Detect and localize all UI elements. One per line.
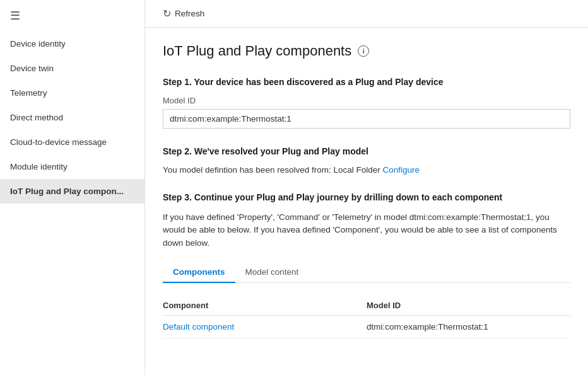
table-row: Default component dtmi:com:example:Therm…: [163, 316, 570, 338]
main-content: ↻ Refresh IoT Plug and Play components i…: [145, 0, 588, 375]
tab-model-content[interactable]: Model content: [235, 262, 309, 283]
sidebar-item-telemetry[interactable]: Telemetry: [0, 81, 144, 105]
sidebar-item-device-twin[interactable]: Device twin: [0, 56, 144, 81]
refresh-icon: ↻: [163, 8, 171, 20]
step3-description: If you have defined 'Property', 'Command…: [163, 211, 570, 250]
model-id-input[interactable]: [163, 109, 570, 129]
component-cell: Default component: [163, 322, 367, 332]
sidebar-item-device-identity[interactable]: Device identity: [0, 32, 144, 56]
modelid-cell: dtmi:com:example:Thermostat:1: [367, 322, 570, 332]
page-title-container: IoT Plug and Play components i: [163, 43, 570, 59]
sidebar-item-direct-method[interactable]: Direct method: [0, 105, 144, 130]
step3-section: Step 3. Continue your Plug and Play jour…: [163, 192, 570, 338]
sidebar-item-module-identity[interactable]: Module identity: [0, 154, 144, 179]
table-header: Component Model ID: [163, 296, 570, 316]
model-id-label: Model ID: [163, 96, 570, 105]
page-title: IoT Plug and Play components: [163, 43, 351, 59]
step1-section: Step 1. Your device has been discovered …: [163, 77, 570, 129]
col-header-component: Component: [163, 301, 367, 310]
content-area: IoT Plug and Play components i Step 1. Y…: [145, 28, 588, 375]
step2-heading: Step 2. We've resolved your Plug and Pla…: [163, 146, 570, 156]
step2-section: Step 2. We've resolved your Plug and Pla…: [163, 146, 570, 175]
toolbar: ↻ Refresh: [145, 0, 588, 28]
sidebar-item-iot-plug-play[interactable]: IoT Plug and Play compon...: [0, 179, 144, 204]
step3-heading: Step 3. Continue your Plug and Play jour…: [163, 192, 570, 202]
tabs-container: Components Model content: [163, 262, 570, 283]
refresh-label: Refresh: [175, 9, 204, 18]
configure-link[interactable]: Configure: [382, 165, 420, 175]
col-header-modelid: Model ID: [367, 301, 570, 310]
hamburger-menu-icon[interactable]: ☰: [0, 0, 144, 32]
step1-heading: Step 1. Your device has been discovered …: [163, 77, 570, 87]
sidebar: ☰ Device identity Device twin Telemetry …: [0, 0, 145, 375]
default-component-link[interactable]: Default component: [163, 322, 234, 332]
tab-components[interactable]: Components: [163, 262, 235, 283]
refresh-button[interactable]: ↻ Refresh: [158, 5, 209, 22]
step2-description: You model defintion has been resolved fr…: [163, 165, 570, 175]
sidebar-item-cloud-to-device[interactable]: Cloud-to-device message: [0, 130, 144, 154]
info-icon[interactable]: i: [358, 45, 369, 57]
